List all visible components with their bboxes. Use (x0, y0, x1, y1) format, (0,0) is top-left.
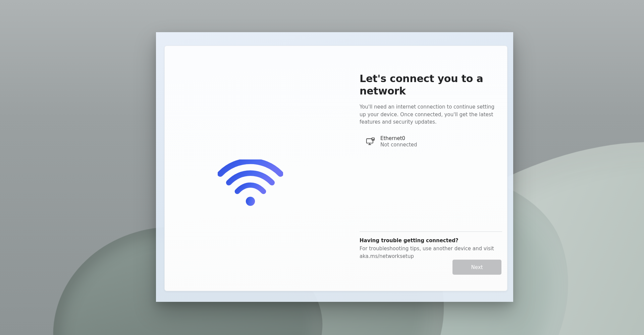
network-status: Not connected (380, 142, 417, 148)
troubleshoot-body: For troubleshooting tips, use another de… (360, 245, 502, 260)
next-button[interactable]: Next (452, 260, 501, 275)
network-item-text: Ethernet0 Not connected (380, 135, 417, 148)
troubleshoot-section: Having trouble getting connected? For tr… (360, 238, 502, 260)
setup-card: Let's connect you to a network You'll ne… (164, 46, 507, 291)
svg-point-4 (246, 197, 255, 206)
oobe-window: Let's connect you to a network You'll ne… (156, 32, 513, 302)
content-pane: Let's connect you to a network You'll ne… (360, 73, 502, 148)
wifi-hero-icon (218, 159, 283, 208)
troubleshoot-heading: Having trouble getting connected? (360, 238, 502, 244)
divider (360, 231, 502, 232)
network-name: Ethernet0 (380, 135, 417, 141)
page-description: You'll need an internet connection to co… (360, 103, 502, 126)
page-title: Let's connect you to a network (360, 73, 502, 97)
ethernet-monitor-icon (366, 137, 375, 146)
network-item-ethernet0[interactable]: Ethernet0 Not connected (360, 135, 502, 148)
svg-rect-8 (372, 138, 374, 140)
